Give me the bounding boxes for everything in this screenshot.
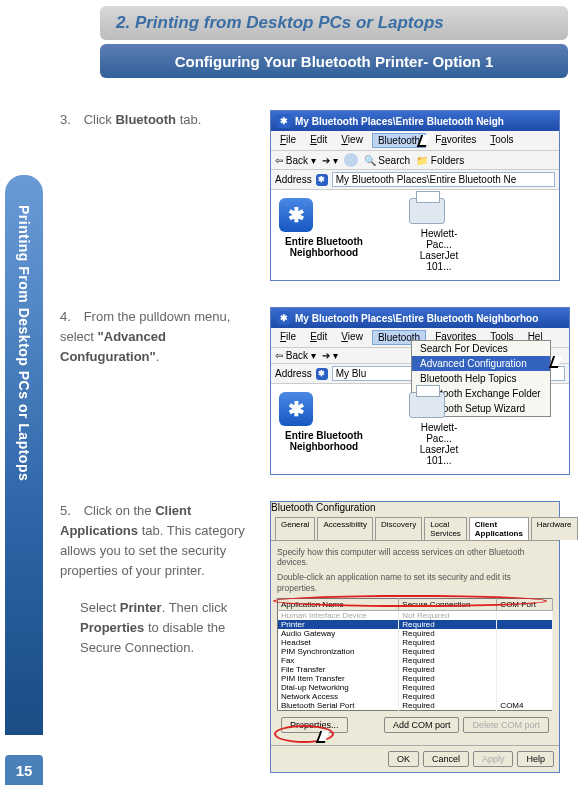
step-text: Click <box>84 112 116 127</box>
cancel-button[interactable]: Cancel <box>423 751 469 767</box>
tab-local-services[interactable]: Local Services <box>424 517 467 540</box>
window-titlebar: ✱ My Bluetooth Places\Entire Bluetooth N… <box>271 111 559 131</box>
dialog-tabs: General Accessibility Discovery Local Se… <box>271 513 559 540</box>
dropdown-item-help[interactable]: Bluetooth Help Topics <box>412 371 550 386</box>
menu-file[interactable]: FFileile <box>275 133 301 148</box>
table-row[interactable]: Bluetooth Serial PortRequiredCOM4 <box>278 701 553 711</box>
step-3: 3. Click Bluetooth tab. ✱ My Bluetooth P… <box>60 110 578 281</box>
printer-icon[interactable] <box>409 198 445 224</box>
step-number: 5. <box>60 501 80 521</box>
table-row[interactable]: HeadsetRequired <box>278 638 553 647</box>
back-button[interactable]: ⇦ Back ▾ <box>275 155 316 166</box>
table-row[interactable]: Network AccessRequired <box>278 692 553 701</box>
menu-edit[interactable]: Edit <box>305 133 332 148</box>
apply-button[interactable]: Apply <box>473 751 514 767</box>
section-subtitle: Configuring Your Bluetooth Printer- Opti… <box>100 44 568 78</box>
menu-view[interactable]: View <box>336 133 368 148</box>
step-bold-c: Properties <box>80 620 144 635</box>
bluetooth-neighborhood-label: Entire Bluetooth Neighborhood <box>279 236 369 258</box>
step-number: 3. <box>60 110 80 130</box>
col-comport[interactable]: COM Port <box>497 598 553 610</box>
tab-client-applications[interactable]: Client Applications <box>469 517 529 540</box>
toolbar: ⇦ Back ▾ ➔ ▾ 🔍 Search 📁 Folders <box>271 151 559 170</box>
menu-view[interactable]: View <box>336 330 368 345</box>
page-number: 15 <box>5 755 43 785</box>
tab-general[interactable]: General <box>275 517 315 540</box>
bluetooth-neighborhood-icon[interactable]: ✱ <box>279 392 313 426</box>
screenshot-2: ✱ My Bluetooth Places\Entire Bluetooth N… <box>270 307 578 475</box>
step-sub-a: Select <box>80 600 120 615</box>
step-4: 4. From the pulldown menu, select "Advan… <box>60 307 578 475</box>
menu-favorites[interactable]: Favorites <box>430 133 481 148</box>
bluetooth-neighborhood-label: Entire Bluetooth Neighborhood <box>279 430 369 452</box>
table-row[interactable]: PIM Item TransferRequired <box>278 674 553 683</box>
window-titlebar: ✱ My Bluetooth Places\Entire Bluetooth N… <box>271 308 569 328</box>
step-text-b: . <box>156 349 160 364</box>
step-text: Click on the <box>84 503 156 518</box>
table-row-printer[interactable]: PrinterRequired <box>278 620 553 629</box>
menubar: FFileile Edit View Bluetooth Favorites T… <box>271 131 559 151</box>
section-title: 2. Printing from Desktop PCs or Laptops <box>100 6 568 40</box>
table-row[interactable]: Audio GatewayRequired <box>278 629 553 638</box>
step-sub-b: . Then click <box>162 600 228 615</box>
table-row[interactable]: File TransferRequired <box>278 665 553 674</box>
menu-edit[interactable]: Edit <box>305 330 332 345</box>
menu-file[interactable]: File <box>275 330 301 345</box>
dialog-titlebar: Bluetooth Configuration <box>271 502 559 513</box>
table-row[interactable]: Dial-up NetworkingRequired <box>278 683 553 692</box>
address-input[interactable] <box>332 172 555 187</box>
col-app-name[interactable]: Application Name <box>278 598 399 610</box>
properties-button[interactable]: Properties... <box>281 717 348 733</box>
step-text-b: tab. <box>176 112 201 127</box>
bluetooth-icon: ✱ <box>316 368 328 380</box>
window-title: My Bluetooth Places\Entire Bluetooth Nei… <box>295 116 504 127</box>
screenshot-1: ✱ My Bluetooth Places\Entire Bluetooth N… <box>270 110 578 281</box>
menu-tools[interactable]: Tools <box>485 133 518 148</box>
table-row[interactable]: PIM SynchronizationRequired <box>278 647 553 656</box>
window-title: My Bluetooth Places\Entire Bluetooth Nei… <box>295 313 538 324</box>
bluetooth-neighborhood-icon[interactable]: ✱ <box>279 198 313 232</box>
forward-button[interactable]: ➔ ▾ <box>322 350 338 361</box>
step-number: 4. <box>60 307 80 327</box>
address-label: Address <box>275 368 312 379</box>
bluetooth-icon: ✱ <box>277 311 291 325</box>
help-button[interactable]: Help <box>517 751 554 767</box>
menu-bluetooth[interactable]: Bluetooth <box>372 133 426 148</box>
side-tab-label: Printing From Desktop PCs or Laptops <box>16 205 32 481</box>
screenshot-3: Bluetooth Configuration General Accessib… <box>270 501 578 773</box>
forward-button[interactable]: ➔ ▾ <box>322 155 338 166</box>
applications-table: Application Name Secure Connection COM P… <box>277 598 553 711</box>
dropdown-item-search[interactable]: Search For Devices <box>412 341 550 356</box>
folders-button[interactable]: 📁 Folders <box>416 155 464 166</box>
ok-button[interactable]: OK <box>388 751 419 767</box>
back-button[interactable]: ⇦ Back ▾ <box>275 350 316 361</box>
tab-discovery[interactable]: Discovery <box>375 517 422 540</box>
dialog-desc-2: Double-click an application name to set … <box>277 572 553 592</box>
dialog-desc-1: Specify how this computer will access se… <box>277 547 553 567</box>
step-bold: Bluetooth <box>115 112 176 127</box>
tab-hardware[interactable]: Hardware <box>531 517 578 540</box>
step-5: 5. Click on the Client Applications tab.… <box>60 501 578 773</box>
printer-label: Hewlett-Pac... LaserJet 101... <box>409 422 469 466</box>
add-com-button[interactable]: Add COM port <box>384 717 460 733</box>
tab-accessibility[interactable]: Accessibility <box>317 517 373 540</box>
bluetooth-icon: ✱ <box>316 174 328 186</box>
col-secure[interactable]: Secure Connection <box>399 598 497 610</box>
delete-com-button[interactable]: Delete COM port <box>463 717 549 733</box>
printer-label: Hewlett-Pac... LaserJet 101... <box>409 228 469 272</box>
up-icon[interactable] <box>344 153 358 167</box>
table-row[interactable]: Human Interface DeviceNot Required <box>278 610 553 620</box>
dropdown-item-advanced-config[interactable]: Advanced Configuration <box>412 356 550 371</box>
address-label: Address <box>275 174 312 185</box>
step-bold-b: Printer <box>120 600 162 615</box>
bluetooth-icon: ✱ <box>277 114 291 128</box>
printer-icon[interactable] <box>409 392 445 418</box>
search-button[interactable]: 🔍 Search <box>364 155 410 166</box>
side-tab: Printing From Desktop PCs or Laptops <box>5 175 43 735</box>
table-row[interactable]: FaxRequired <box>278 656 553 665</box>
